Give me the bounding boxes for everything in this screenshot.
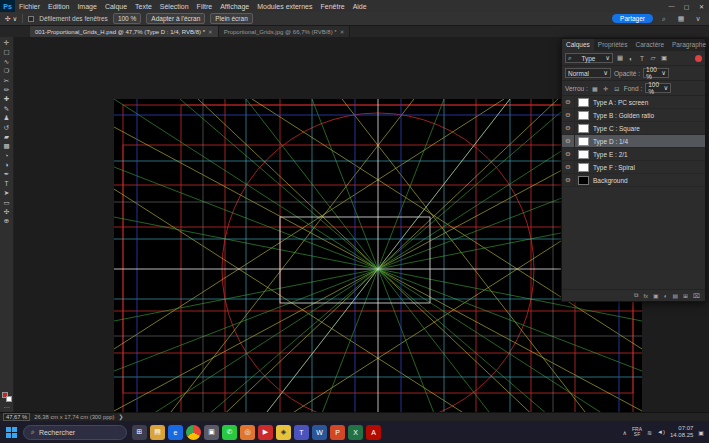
task-view-icon[interactable]: ⊞: [132, 425, 147, 440]
menu-aide[interactable]: Aide: [349, 3, 371, 10]
layer-row-type-c[interactable]: ⊙ Type C : Square: [562, 122, 705, 135]
whatsapp-icon[interactable]: ✆: [222, 425, 237, 440]
zoom-tool[interactable]: ⊕: [1, 217, 13, 225]
clone-stamp-tool[interactable]: ♟: [1, 114, 13, 122]
chrome-icon[interactable]: [186, 425, 201, 440]
excel-icon[interactable]: X: [348, 425, 363, 440]
layer-effects-icon[interactable]: fx: [643, 293, 648, 299]
healing-brush-tool[interactable]: ✚: [1, 95, 13, 103]
link-layers-icon[interactable]: ⧉: [634, 292, 638, 299]
filter-smart-object-icon[interactable]: ▣: [660, 54, 668, 62]
opacity-field[interactable]: 100 % ∨: [643, 68, 669, 78]
pen-tool[interactable]: ✒: [1, 170, 13, 178]
layer-group-icon[interactable]: ▤: [672, 292, 678, 299]
layer-row-type-a[interactable]: ⊙ Type A : PC screen: [562, 96, 705, 109]
layer-thumbnail[interactable]: [578, 163, 589, 172]
volume-icon[interactable]: ◄): [657, 429, 665, 435]
taskbar-search[interactable]: ⌕ Rechercher: [23, 425, 127, 440]
blend-mode-select[interactable]: Normal ∨: [565, 68, 611, 78]
filter-toggle[interactable]: [695, 55, 702, 62]
background-color-swatch[interactable]: [6, 396, 12, 402]
chevron-right-icon[interactable]: ❯: [119, 414, 124, 420]
path-selection-tool[interactable]: ➤: [1, 189, 13, 197]
word-icon[interactable]: W: [312, 425, 327, 440]
quick-selection-tool[interactable]: ❍: [1, 67, 13, 75]
menu-edition[interactable]: Edition: [44, 3, 73, 10]
new-layer-icon[interactable]: ⊞: [683, 292, 688, 299]
visibility-eye-icon[interactable]: ⊙: [562, 109, 575, 121]
eyedropper-tool[interactable]: ✏: [1, 86, 13, 94]
adjustment-layer-icon[interactable]: ◐: [664, 293, 668, 299]
tool-preset-picker[interactable]: ✣ ∨: [5, 15, 17, 23]
close-tab-icon[interactable]: ✕: [340, 29, 345, 35]
workspace-icon[interactable]: ▦: [675, 15, 687, 23]
acrobat-icon[interactable]: A: [366, 425, 381, 440]
app-icon-yellow[interactable]: ◈: [276, 425, 291, 440]
edge-icon[interactable]: e: [168, 425, 183, 440]
marquee-tool[interactable]: ▢: [1, 48, 13, 56]
visibility-eye-icon[interactable]: ⊙: [562, 174, 575, 186]
visibility-eye-icon[interactable]: ⊙: [562, 122, 575, 134]
fullscreen-button[interactable]: Plein écran: [210, 13, 253, 24]
close-button[interactable]: ✕: [694, 3, 709, 10]
hand-tool[interactable]: ✣: [1, 208, 13, 216]
file-explorer-icon[interactable]: ▤: [150, 425, 165, 440]
youtube-icon[interactable]: ▶: [258, 425, 273, 440]
layer-row-type-d-selected[interactable]: ⊙ Type D : 1/4: [562, 135, 705, 148]
app-icon-orange[interactable]: ◎: [240, 425, 255, 440]
rectangle-tool[interactable]: ▭: [1, 199, 13, 207]
search-icon[interactable]: ⌕: [658, 15, 670, 23]
layer-thumbnail[interactable]: [578, 137, 589, 146]
layer-thumbnail[interactable]: [578, 98, 589, 107]
layer-thumbnail[interactable]: [578, 176, 589, 185]
visibility-eye-icon[interactable]: ⊙: [562, 148, 575, 160]
lock-all-icon[interactable]: ⊡: [613, 85, 621, 92]
filter-pixel-icon[interactable]: ▦: [616, 54, 624, 62]
powerpoint-icon[interactable]: P: [330, 425, 345, 440]
menu-fichier[interactable]: Fichier: [15, 3, 44, 10]
move-tool[interactable]: ✛: [1, 39, 13, 47]
fit-screen-button[interactable]: Adapter à l'écran: [146, 13, 205, 24]
visibility-eye-icon[interactable]: ⊙: [562, 135, 575, 147]
close-tab-icon[interactable]: ✕: [208, 29, 213, 35]
menu-calque[interactable]: Calque: [101, 3, 131, 10]
gradient-tool[interactable]: ▩: [1, 142, 13, 150]
settings-icon[interactable]: ▣: [204, 425, 219, 440]
scroll-all-windows-checkbox[interactable]: [28, 16, 34, 22]
layer-thumbnail[interactable]: [578, 150, 589, 159]
visibility-eye-icon[interactable]: ⊙: [562, 161, 575, 173]
document-tab-active[interactable]: 001-Proportional_Grids_H.psd @ 47,7% (Ty…: [30, 26, 219, 37]
menu-image[interactable]: Image: [73, 3, 100, 10]
menu-modules-externes[interactable]: Modules externes: [253, 3, 316, 10]
maximize-button[interactable]: ▢: [679, 3, 694, 10]
language-indicator[interactable]: FRA SF: [632, 427, 642, 438]
dodge-tool[interactable]: ◑: [1, 161, 13, 169]
history-brush-tool[interactable]: ↺: [1, 124, 13, 132]
share-button[interactable]: Partager: [612, 14, 653, 23]
edit-toolbar-icon[interactable]: ⋯: [4, 403, 10, 410]
menu-filtre[interactable]: Filtre: [193, 3, 217, 10]
chevron-down-icon[interactable]: ∨: [692, 15, 704, 23]
visibility-eye-icon[interactable]: ⊙: [562, 96, 575, 108]
start-button[interactable]: [5, 426, 18, 439]
layer-thumbnail[interactable]: [578, 111, 589, 120]
wifi-icon[interactable]: ≋: [647, 429, 652, 436]
minimize-button[interactable]: —: [664, 3, 679, 10]
eraser-tool[interactable]: ▰: [1, 133, 13, 141]
menu-fenetre[interactable]: Fenêtre: [317, 3, 349, 10]
zoom-level-field[interactable]: 47,67 %: [3, 413, 30, 421]
layer-row-type-f[interactable]: ⊙ Type F : Spiral: [562, 161, 705, 174]
filter-type-icon[interactable]: T: [638, 55, 646, 62]
layer-mask-icon[interactable]: ▣: [653, 292, 659, 299]
menu-affichage[interactable]: Affichage: [216, 3, 253, 10]
fill-field[interactable]: 100 % ∨: [645, 83, 671, 93]
tab-proprietes[interactable]: Propriétés: [594, 39, 632, 51]
teams-icon[interactable]: T: [294, 425, 309, 440]
tab-caractere[interactable]: Caractère: [631, 39, 668, 51]
type-tool[interactable]: T: [1, 180, 13, 188]
filter-shape-icon[interactable]: ▱: [649, 54, 657, 62]
blur-tool[interactable]: ◔: [1, 152, 13, 160]
layer-row-background[interactable]: ⊙ Background: [562, 174, 705, 187]
tab-paragraphe[interactable]: Paragraphe: [668, 39, 709, 51]
taskbar-clock[interactable]: 07:07 14.08.25: [670, 425, 693, 439]
